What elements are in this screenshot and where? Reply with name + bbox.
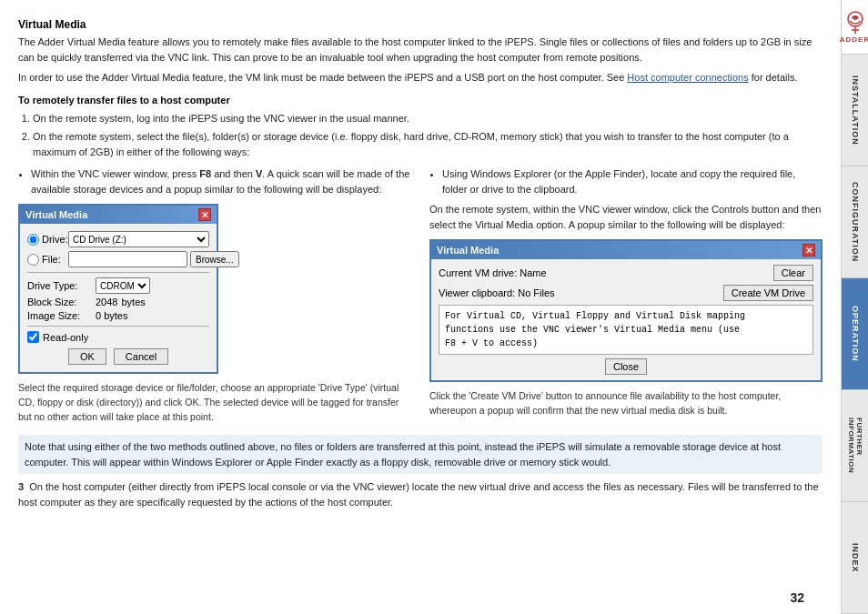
vm-dialog-left: Virtual Media ✕ Drive: CD Drive (Z:) xyxy=(18,204,218,374)
adder-logo-icon xyxy=(843,10,868,35)
left-dialog-caption: Select the required storage device or fi… xyxy=(18,381,411,424)
sidebar-tab-installation[interactable]: INSTALLATION xyxy=(842,55,868,166)
sidebar-tab-further-information[interactable]: FURTHERINFORMATION xyxy=(842,390,868,502)
current-vm-label: Current VM drive: Name xyxy=(439,267,773,278)
file-label: File: xyxy=(27,254,68,266)
file-input[interactable] xyxy=(68,251,187,267)
right-bullets: Using Windows Explorer (or the Apple Fin… xyxy=(429,166,823,196)
vm-dialog-right-body: Current VM drive: Name Clear Viewer clip… xyxy=(431,259,821,380)
vm-dialog-right-close[interactable]: ✕ xyxy=(802,244,815,257)
drive-select[interactable]: CD Drive (Z:) xyxy=(68,231,209,247)
sidebar-tab-index[interactable]: INDEX xyxy=(842,502,868,614)
drive-type-select[interactable]: CDROM xyxy=(96,277,150,294)
step-3-container: 3 On the host computer (either directly … xyxy=(18,479,823,509)
separator-1 xyxy=(27,272,209,273)
image-size-label: Image Size: xyxy=(27,310,96,321)
block-size-unit: bytes xyxy=(121,297,145,307)
readonly-label: Read-only xyxy=(43,332,88,343)
sidebar-tab-configuration[interactable]: CONFIGURATION xyxy=(842,166,868,278)
drive-type-row: Drive Type: CDROM xyxy=(27,277,209,294)
drive-type-label: Drive Type: xyxy=(27,280,96,291)
browse-button[interactable]: Browse... xyxy=(190,251,239,267)
close-button[interactable]: Close xyxy=(605,358,647,375)
vm-dialog-right: Virtual Media ✕ Current VM drive: Name C… xyxy=(429,239,823,382)
intro-p1: The Adder Virtual Media feature allows y… xyxy=(18,35,823,65)
clipboard-row: Viewer clipboard: No Files Create VM Dri… xyxy=(439,285,813,301)
sidebar-logo-area: ADDER xyxy=(842,0,868,55)
left-bullet-1: Within the VNC viewer window, press F8 a… xyxy=(31,166,411,196)
intro-p2: In order to use the Adder Virtual Media … xyxy=(18,70,823,86)
section-title: Virtual Media xyxy=(18,18,823,31)
right-bullet-1: Using Windows Explorer (or the Apple Fin… xyxy=(442,166,823,196)
host-connections-link[interactable]: Host computer connections xyxy=(627,72,748,83)
vm-dialog-left-titlebar: Virtual Media ✕ xyxy=(20,206,217,224)
clipboard-label: Viewer clipboard: No Files xyxy=(439,287,723,298)
two-col-section: Within the VNC viewer window, press F8 a… xyxy=(18,166,823,429)
readonly-checkbox[interactable] xyxy=(27,331,39,343)
subsection-title: To remotely transfer files to a host com… xyxy=(18,95,823,106)
cancel-button[interactable]: Cancel xyxy=(114,348,168,365)
main-content: Virtual Media The Adder Virtual Media fe… xyxy=(0,0,841,614)
step-3: 3 On the host computer (either directly … xyxy=(18,479,823,509)
file-row: File: Browse... xyxy=(27,251,209,267)
vm-dialog-right-title: Virtual Media xyxy=(437,245,499,256)
current-vm-row: Current VM drive: Name Clear xyxy=(439,265,813,281)
right-dialog-caption: Click the 'Create VM Drive' button to an… xyxy=(429,389,823,418)
readonly-row: Read-only xyxy=(27,331,209,343)
col-right: Using Windows Explorer (or the Apple Fin… xyxy=(429,166,823,429)
left-bullets: Within the VNC viewer window, press F8 a… xyxy=(18,166,411,196)
file-radio[interactable] xyxy=(27,254,39,266)
right-para: On the remote system, within the VNC vie… xyxy=(429,202,823,232)
col-left: Within the VNC viewer window, press F8 a… xyxy=(18,166,411,429)
adder-brand-text: ADDER xyxy=(840,35,868,44)
block-size-value: 2048 xyxy=(96,297,117,307)
clear-button[interactable]: Clear xyxy=(773,265,813,281)
create-vm-drive-button[interactable]: Create VM Drive xyxy=(723,285,813,301)
right-sidebar: ADDER INSTALLATION CONFIGURATION OPERATI… xyxy=(841,0,868,614)
drive-row: Drive: CD Drive (Z:) xyxy=(27,231,209,247)
block-size-label: Block Size: xyxy=(27,297,96,307)
step-1: On the remote system, log into the iPEPS… xyxy=(33,111,823,126)
image-size-row: Image Size: 0 bytes xyxy=(27,310,209,321)
drive-label: Drive: xyxy=(27,234,68,246)
vm-dialog-left-title: Virtual Media xyxy=(25,209,87,220)
image-size-value: 0 bytes xyxy=(96,310,127,321)
step-2: On the remote system, select the file(s)… xyxy=(33,129,823,159)
adder-logo: ADDER xyxy=(836,6,868,47)
vm-dialog-right-titlebar: Virtual Media ✕ xyxy=(431,241,821,259)
vm-info-box: For Virtual CD, Virtual Floppy and Virtu… xyxy=(439,305,813,355)
dialog-buttons: OK Cancel xyxy=(27,348,209,365)
steps-list: On the remote system, log into the iPEPS… xyxy=(18,111,823,160)
block-size-row: Block Size: 2048 bytes xyxy=(27,297,209,307)
page-number: 32 xyxy=(790,590,804,605)
close-row: Close xyxy=(439,358,813,375)
separator-2 xyxy=(27,326,209,327)
vm-dialog-left-body: Drive: CD Drive (Z:) File: Browse. xyxy=(20,224,217,372)
note-paragraph: Note that using either of the two method… xyxy=(18,435,823,474)
left-bullet-text: Within the VNC viewer window, press F8 a… xyxy=(31,168,409,195)
ok-button[interactable]: OK xyxy=(68,348,106,365)
sidebar-tab-operation[interactable]: OPERATION xyxy=(842,278,868,390)
drive-radio[interactable] xyxy=(27,234,39,246)
vm-dialog-left-close[interactable]: ✕ xyxy=(198,208,211,221)
